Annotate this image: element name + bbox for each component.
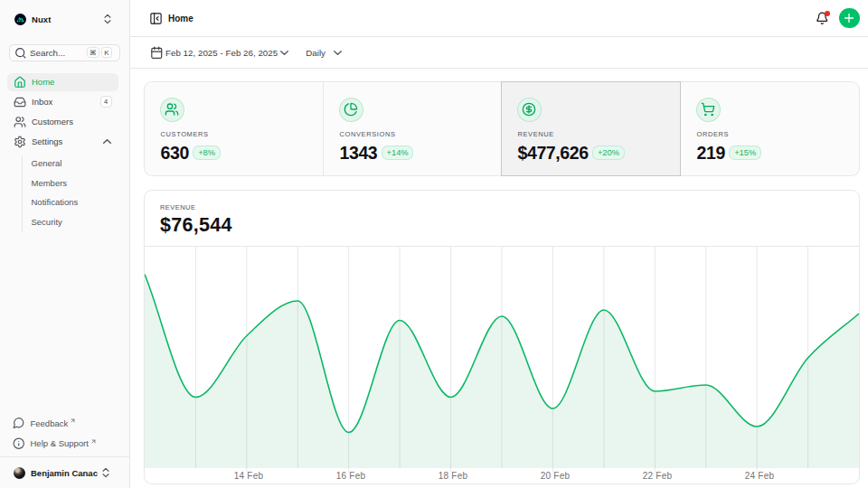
svg-text:24 Feb: 24 Feb	[745, 470, 775, 480]
svg-text:20 Feb: 20 Feb	[541, 470, 571, 480]
svg-text:16 Feb: 16 Feb	[336, 470, 366, 480]
svg-text:18 Feb: 18 Feb	[439, 470, 468, 480]
svg-text:14 Feb: 14 Feb	[234, 470, 264, 480]
svg-text:22 Feb: 22 Feb	[643, 470, 673, 480]
